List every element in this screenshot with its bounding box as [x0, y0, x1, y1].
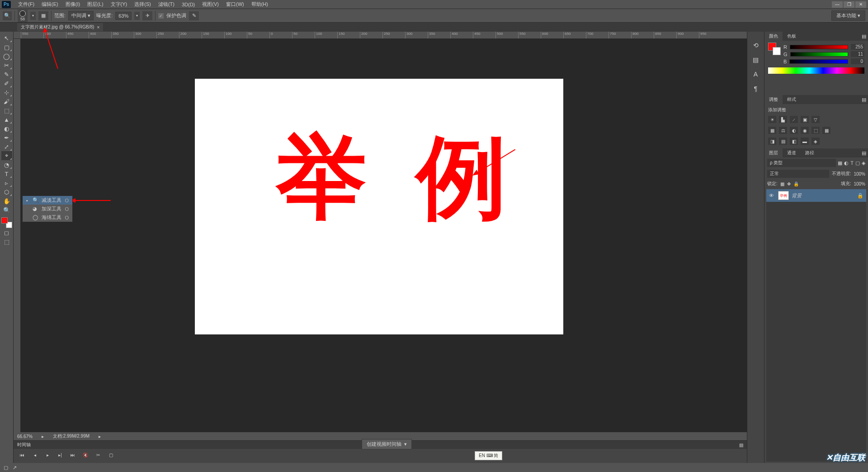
crop-tool[interactable]: ✎	[1, 70, 12, 79]
properties-panel-icon[interactable]: ▤	[751, 55, 760, 64]
ruler-vertical[interactable]	[14, 39, 21, 432]
brush-dropdown[interactable]: ▾	[30, 12, 36, 20]
bw-icon[interactable]: ◐	[790, 127, 798, 134]
healing-tool[interactable]: ⊹	[1, 88, 12, 97]
lock-pixels-icon[interactable]: ▦	[780, 181, 784, 186]
document-tab[interactable]: 文字图片素材2.jpg @ 66.7%(RGB/8) ×	[17, 23, 103, 31]
quickmask-toggle[interactable]: ◻	[1, 228, 12, 237]
exposure-input[interactable]: 63%	[115, 12, 132, 20]
visibility-icon[interactable]: 👁	[769, 193, 775, 198]
layer-name[interactable]: 背景	[792, 192, 802, 199]
bg-swatch[interactable]	[773, 47, 781, 55]
workspace-switcher[interactable]: 基本功能 ▾	[831, 10, 865, 21]
first-frame-button[interactable]: ⏮	[18, 452, 26, 458]
create-timeline-button[interactable]: 创建视频时间轴 ▾	[362, 439, 412, 449]
layers-tab[interactable]: 图层	[764, 148, 783, 157]
ime-indicator[interactable]: EN ⌨ 简	[475, 451, 502, 460]
eraser-tool[interactable]: ◐	[1, 124, 12, 133]
brush-panel-toggle[interactable]: ▦	[38, 11, 48, 20]
chevron-icon[interactable]: ▸	[42, 434, 44, 439]
minimize-button[interactable]: —	[832, 1, 843, 8]
play-button[interactable]: ▸	[43, 452, 52, 458]
menu-layer[interactable]: 图层(L)	[84, 0, 107, 9]
lock-all-icon[interactable]: 🔒	[793, 181, 799, 186]
paragraph-panel-icon[interactable]: ¶	[751, 84, 760, 93]
menu-edit[interactable]: 编辑(E)	[38, 0, 62, 9]
filter-type-icon[interactable]: T	[850, 160, 854, 166]
maximize-button[interactable]: ❐	[844, 1, 854, 8]
brightness-icon[interactable]: ☀	[768, 116, 776, 123]
clone-tool[interactable]: ⬚	[1, 106, 12, 115]
filter-smart-icon[interactable]: ◈	[862, 160, 865, 166]
transition-button[interactable]: ▢	[107, 452, 115, 458]
menu-help[interactable]: 帮助(H)	[248, 0, 272, 9]
menu-window[interactable]: 窗口(W)	[222, 0, 248, 9]
shape-tool[interactable]: ⬡	[1, 187, 12, 196]
color-balance-icon[interactable]: ⚖	[779, 127, 787, 134]
dropdown-icon[interactable]: ▾	[404, 441, 407, 447]
gradient-tool[interactable]: ✒	[1, 133, 12, 142]
history-brush-tool[interactable]: ▲	[1, 115, 12, 124]
filter-pixel-icon[interactable]: ▦	[838, 160, 842, 166]
flyout-dodge-tool[interactable]: ▪ 🔍 减淡工具 O	[23, 196, 72, 205]
split-button[interactable]: ✂	[94, 452, 102, 458]
filter-adjust-icon[interactable]: ◐	[844, 160, 849, 166]
character-panel-icon[interactable]: A	[751, 70, 760, 79]
exposure-dropdown[interactable]: ▾	[134, 12, 140, 20]
panel-menu-icon[interactable]: ▤	[862, 150, 868, 156]
g-value[interactable]: 11	[851, 51, 864, 57]
b-value[interactable]: 0	[851, 58, 864, 64]
vibrance-icon[interactable]: ▽	[811, 116, 820, 123]
history-panel-icon[interactable]: ⟲	[751, 41, 760, 50]
flyout-burn-tool[interactable]: ◕ 加深工具 O	[23, 205, 72, 213]
blend-mode-select[interactable]: 正常	[767, 170, 829, 178]
posterize-icon[interactable]: ▤	[779, 138, 787, 145]
lock-position-icon[interactable]: ✥	[787, 181, 791, 186]
menu-3d[interactable]: 3D(D)	[178, 1, 198, 8]
canvas-viewport[interactable]: 举 例	[21, 39, 747, 432]
zoom-level[interactable]: 66.67%	[17, 434, 33, 439]
menu-view[interactable]: 视图(V)	[198, 0, 222, 9]
panel-menu-icon[interactable]: ▤	[862, 97, 868, 103]
adjustments-tab[interactable]: 调整	[764, 95, 783, 104]
r-slider[interactable]	[790, 45, 848, 49]
pen-tool[interactable]: ◔	[1, 160, 12, 169]
quick-select-tool[interactable]: ✂	[1, 61, 12, 70]
last-frame-button[interactable]: ⏭	[69, 452, 77, 458]
opacity-value[interactable]: 100%	[854, 172, 865, 176]
ruler-horizontal[interactable]: 5505004504003503002502001501005005010015…	[14, 32, 747, 39]
lasso-tool[interactable]: ◯	[1, 52, 12, 61]
type-tool[interactable]: T	[1, 169, 12, 178]
flyout-sponge-tool[interactable]: ◯ 海绵工具 O	[23, 213, 72, 222]
color-spectrum[interactable]	[768, 67, 864, 74]
brush-tool[interactable]: 🖌	[1, 97, 12, 106]
eyedropper-tool[interactable]: ✐	[1, 79, 12, 88]
fill-value[interactable]: 100%	[854, 181, 865, 186]
hand-tool[interactable]: ✋	[1, 196, 12, 205]
channels-tab[interactable]: 通道	[783, 148, 801, 157]
b-slider[interactable]	[789, 59, 848, 64]
menu-filter[interactable]: 滤镜(T)	[155, 0, 178, 9]
airbrush-toggle[interactable]: ✈	[142, 11, 152, 20]
close-button[interactable]: ✕	[855, 1, 866, 8]
range-select[interactable]: 中间调 ▾	[68, 11, 94, 20]
canvas-document[interactable]: 举 例	[195, 79, 563, 334]
selective-color-icon[interactable]: ◈	[811, 138, 820, 145]
filter-shape-icon[interactable]: ▢	[855, 160, 860, 166]
levels-icon[interactable]: ▙	[779, 116, 787, 123]
path-select-tool[interactable]: ▹	[1, 178, 12, 187]
footer-icon[interactable]: ▢	[4, 465, 8, 471]
styles-tab[interactable]: 样式	[783, 95, 801, 104]
lock-icon[interactable]: 🔒	[857, 193, 863, 199]
blur-tool[interactable]: ⤢	[1, 142, 12, 151]
panel-menu-icon[interactable]: ▤	[862, 33, 868, 39]
menu-type[interactable]: 文字(Y)	[107, 0, 131, 9]
prev-frame-button[interactable]: ◂	[31, 452, 39, 458]
gradient-map-icon[interactable]: ▬	[801, 138, 809, 145]
color-tab[interactable]: 颜色	[764, 32, 783, 41]
next-frame-button[interactable]: ▸|	[56, 452, 64, 458]
panel-menu-icon[interactable]: ▤	[739, 443, 743, 448]
threshold-icon[interactable]: ◧	[790, 138, 798, 145]
brush-preset[interactable]: 58	[18, 10, 28, 22]
color-swatches[interactable]	[1, 217, 12, 228]
